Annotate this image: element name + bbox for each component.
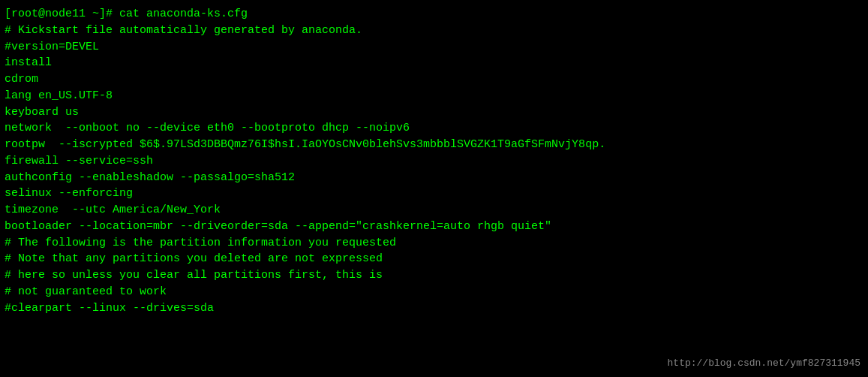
line-comment5: # not guaranteed to work <box>5 284 863 300</box>
watermark: http://blog.csdn.net/ymf827311945 <box>668 357 860 371</box>
line-comment2: # The following is the partition informa… <box>5 235 863 252</box>
line-firewall: firewall --service=ssh <box>5 153 863 170</box>
line-prompt: [root@node11 ~]# cat anaconda-ks.cfg <box>5 6 863 23</box>
line-lang: lang en_US.UTF-8 <box>5 88 863 104</box>
line-cdrom: cdrom <box>5 71 863 88</box>
line-authconfig: authconfig --enableshadow --passalgo=sha… <box>5 170 863 186</box>
line-install: install <box>5 55 863 71</box>
line-network: network --onboot no --device eth0 --boot… <box>5 120 863 137</box>
line-keyboard: keyboard us <box>5 104 863 121</box>
line-rootpw: rootpw --iscrypted $6$.97LSd3DBBQmz76I$h… <box>5 137 863 153</box>
line-timezone: timezone --utc America/New_York <box>5 202 863 219</box>
terminal-window: [root@node11 ~]# cat anaconda-ks.cfg# Ki… <box>0 0 868 377</box>
line-bootloader: bootloader --location=mbr --driveorder=s… <box>5 219 863 235</box>
line-comment1: # Kickstart file automatically generated… <box>5 23 863 39</box>
line-clearpart: #clearpart --linux --drives=sda <box>5 300 863 317</box>
terminal-output: [root@node11 ~]# cat anaconda-ks.cfg# Ki… <box>5 6 863 316</box>
line-comment4: # here so unless you clear all partition… <box>5 267 863 284</box>
line-version: #version=DEVEL <box>5 39 863 56</box>
line-selinux: selinux --enforcing <box>5 185 863 202</box>
line-comment3: # Note that any partitions you deleted a… <box>5 251 863 267</box>
